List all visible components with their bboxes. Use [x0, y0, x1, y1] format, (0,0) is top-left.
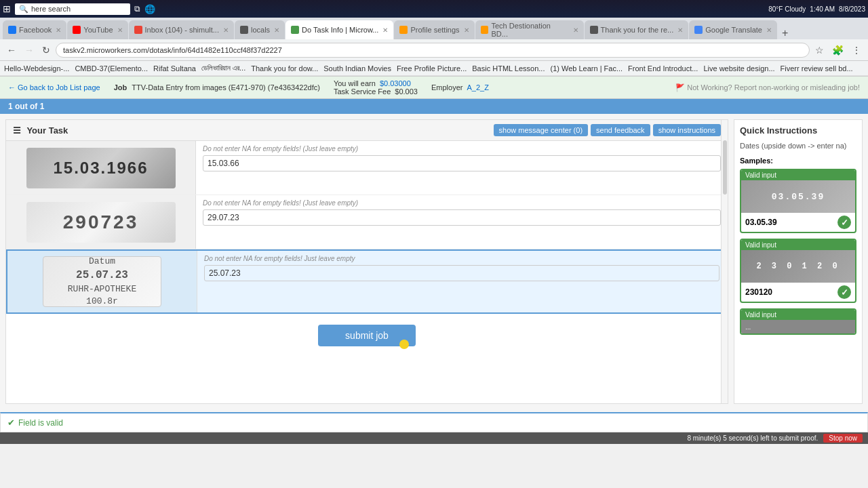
timer-bar: 8 minute(s) 5 second(s) left to submit p…: [0, 432, 868, 444]
back-to-jobs-link[interactable]: ← Go back to Job List page: [8, 83, 100, 92]
data-input-1[interactable]: [203, 155, 721, 171]
check-circle-icon: ✔: [7, 418, 15, 428]
tab-label-profile: Profile settings: [410, 26, 459, 34]
valid-input-img-2: 2 3 0 1 2 0: [741, 250, 855, 283]
bookmark-deliverian[interactable]: ডেলিভারিয়ান এর...: [201, 64, 245, 73]
earn-label: You will earn: [334, 79, 376, 87]
submit-job-button[interactable]: submit job: [318, 325, 416, 346]
receipt-line-date: 25.07.23: [76, 268, 128, 283]
os-search-box[interactable]: 🔍 here search: [15, 3, 130, 15]
tab-facebook[interactable]: Facebook ✕: [3, 20, 66, 39]
tab-close-locals[interactable]: ✕: [274, 26, 279, 34]
image-cell-1: 15.03.1966: [6, 141, 196, 195]
bookmark-rifat[interactable]: Rifat Sultana: [153, 64, 196, 73]
scrollbar-track[interactable]: [721, 120, 728, 403]
new-tab-button[interactable]: +: [778, 27, 792, 39]
counter-text: 1 out of 1: [8, 102, 44, 111]
tab-close-tech[interactable]: ✕: [573, 26, 578, 34]
tab-close-dotask[interactable]: ✕: [382, 26, 388, 34]
bookmark-live-website[interactable]: Live website design...: [703, 64, 774, 73]
tab-youtube[interactable]: YouTube ✕: [67, 20, 127, 39]
bookmark-south-indian[interactable]: South Indian Movies: [323, 64, 391, 73]
extensions-button[interactable]: 🧩: [829, 43, 846, 57]
message-center-button[interactable]: show message center (0): [494, 124, 589, 136]
scrollbar-thumb[interactable]: [723, 140, 727, 195]
show-instructions-button[interactable]: show instructions: [653, 124, 721, 136]
valid-input-label-1: Valid input: [741, 170, 855, 180]
bookmark-fiverr[interactable]: Fiverr review sell bd...: [781, 64, 853, 73]
forward-button[interactable]: →: [22, 43, 37, 57]
favicon-inbox: [134, 26, 142, 34]
tab-translate[interactable]: Google Translate ✕: [689, 20, 777, 39]
search-icon: 🔍: [19, 5, 28, 14]
bookmark-hello-webdesign[interactable]: Hello-Webdesign-...: [4, 64, 69, 73]
task-header-buttons: show message center (0) send feedback sh…: [494, 124, 721, 136]
tab-label-thankyou: Thank you for the re...: [601, 26, 674, 34]
tab-close-facebook[interactable]: ✕: [56, 26, 61, 34]
tab-close-profile[interactable]: ✕: [464, 26, 469, 34]
employer-area: Employer A_2_Z: [431, 83, 489, 92]
job-title-area: Job TTV-Data Entry from images (E471-970…: [114, 83, 320, 92]
earn-amount: $0.03000: [380, 79, 411, 87]
report-link[interactable]: 🚩 Not Working? Report non-working or mis…: [675, 83, 860, 92]
tab-inbox[interactable]: Inbox (104) - shimult... ✕: [129, 20, 234, 39]
check-icon-2: ✓: [837, 285, 851, 299]
windows-icon[interactable]: ⊞: [3, 3, 11, 14]
send-feedback-button[interactable]: send feedback: [591, 124, 650, 136]
tab-close-youtube[interactable]: ✕: [117, 26, 123, 34]
bookmark-frontend[interactable]: Front End Introduct...: [628, 64, 698, 73]
menu-button[interactable]: ⋮: [849, 43, 864, 57]
tab-close-translate[interactable]: ✕: [766, 26, 772, 34]
tab-label-inbox: Inbox (104) - shimult...: [145, 26, 219, 34]
system-tray: 80°F Cloudy 1:40 AM 8/8/2023: [768, 5, 865, 13]
tab-bar: Facebook ✕ YouTube ✕ Inbox (104) - shimu…: [0, 18, 868, 39]
clock-date: 8/8/2023: [839, 5, 865, 13]
favicon-tech: [481, 26, 489, 34]
bookmark-cmbd[interactable]: CMBD-37(Elemento...: [75, 64, 148, 73]
tab-locals[interactable]: locals ✕: [235, 20, 285, 39]
employer-link[interactable]: A_2_Z: [467, 83, 489, 92]
favicon-locals: [240, 26, 248, 34]
tab-profile[interactable]: Profile settings ✕: [394, 20, 474, 39]
fee-amount: $0.003: [395, 87, 418, 96]
sample-value-1: 03.05.39: [745, 218, 777, 227]
input-cell-3: Do not enter NA for empty fields! Just l…: [197, 251, 726, 312]
data-input-3[interactable]: [204, 265, 719, 281]
back-button[interactable]: ←: [4, 43, 19, 57]
sample-value-2: 230120: [745, 287, 772, 297]
main-layout: ☰ Your Task show message center (0) send…: [0, 114, 868, 409]
tab-tech[interactable]: Tech Destionation BD... ✕: [475, 20, 584, 39]
taskbar-icon-edge[interactable]: 🌐: [144, 4, 155, 14]
bookmark-thankyou[interactable]: Thank you for dow...: [251, 64, 318, 73]
page-container: ← Go back to Job List page Job TTV-Data …: [0, 77, 868, 444]
bookmark-basic-html[interactable]: Basic HTML Lesson...: [472, 64, 545, 73]
tab-label-dotask: Do Task Info | Microw...: [302, 26, 378, 34]
tab-close-inbox[interactable]: ✕: [223, 26, 229, 34]
qi-text: Dates (upside down -> enter na): [740, 141, 856, 151]
sample-img-text-3: ...: [745, 323, 751, 331]
valid-input-label-2: Valid input: [741, 240, 855, 250]
valid-input-value-1: 03.05.39 ✓: [741, 213, 855, 232]
address-bar[interactable]: [56, 43, 810, 58]
receipt-line-name: RUHR-APOTHEKE: [68, 283, 136, 296]
bookmark-free-profile[interactable]: Free Profile Picture...: [397, 64, 467, 73]
favicon-thankyou: [590, 26, 598, 34]
tab-label-tech: Tech Destionation BD...: [491, 22, 568, 38]
tab-thankyou[interactable]: Thank you for the re... ✕: [585, 20, 689, 39]
tab-dotask[interactable]: Do Task Info | Microw... ✕: [285, 20, 393, 39]
image-cell-2: 290723: [6, 195, 196, 249]
data-input-2[interactable]: [203, 209, 721, 226]
your-task-title: ☰ Your Task: [13, 125, 68, 136]
data-row-2: 290723 Do not enter NA for empty fields!…: [6, 195, 728, 249]
submit-area: submit job: [6, 314, 728, 357]
stop-now-button[interactable]: Stop now: [823, 434, 863, 443]
taskbar-icon-taskview[interactable]: ⧉: [134, 4, 140, 14]
check-icon-1: ✓: [837, 216, 851, 229]
reload-button[interactable]: ↻: [39, 43, 53, 57]
field-valid-text: Field is valid: [18, 418, 63, 428]
task-panel-header: ☰ Your Task show message center (0) send…: [6, 120, 728, 141]
bookmark-star[interactable]: ☆: [812, 43, 827, 57]
bookmark-web-learn[interactable]: (1) Web Learn | Fac...: [550, 64, 623, 73]
earn-area: You will earn $0.03000 Task Service Fee …: [334, 79, 418, 96]
tab-close-thankyou[interactable]: ✕: [677, 26, 683, 34]
